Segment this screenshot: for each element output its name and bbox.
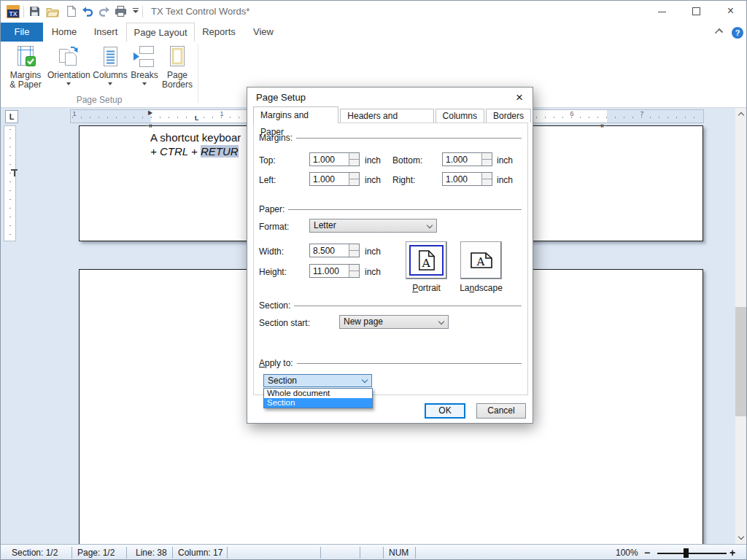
tab-reports[interactable]: Reports xyxy=(195,23,243,42)
document-text[interactable]: A shortcut keyboar + CTRL + RETUR xyxy=(150,131,241,158)
dialog-tab-margins-paper[interactable]: Margins and Paper xyxy=(253,106,338,123)
minimize-button[interactable] xyxy=(646,1,678,23)
zoom-in-button[interactable]: + xyxy=(729,545,735,560)
dialog-tab-headers-footers[interactable]: Headers and Footers xyxy=(340,109,433,122)
customize-toolbar-icon[interactable] xyxy=(131,5,141,18)
ruler-number: 1 xyxy=(218,110,225,117)
ribbon-tab-bar: File Home Insert Page Layout Reports Vie… xyxy=(1,23,747,42)
ruler-number: 7 xyxy=(638,110,646,117)
tab-file[interactable]: File xyxy=(1,23,43,42)
toolbar-separator xyxy=(142,6,143,18)
close-button[interactable]: × xyxy=(714,1,747,23)
spin-up-button[interactable] xyxy=(482,153,492,159)
spin-down-button[interactable] xyxy=(482,159,492,166)
tab-insert[interactable]: Insert xyxy=(85,23,126,42)
status-num-lock: NUM xyxy=(389,545,409,560)
button-label: Orientation xyxy=(47,71,90,80)
section-start-combobox[interactable]: New page xyxy=(339,315,449,329)
orientation-button[interactable]: Orientation xyxy=(47,45,90,90)
spin-down-button[interactable] xyxy=(349,179,359,185)
spin-up-button[interactable] xyxy=(482,173,492,179)
spin-down-button[interactable] xyxy=(349,271,359,277)
spin-up-button[interactable] xyxy=(349,244,359,250)
status-line: Line: 38 xyxy=(136,545,167,560)
tab-view[interactable]: View xyxy=(243,23,284,42)
format-combobox[interactable]: Letter xyxy=(309,219,437,233)
portrait-button[interactable]: A xyxy=(406,241,447,279)
dialog-close-button[interactable]: × xyxy=(508,89,531,107)
portrait-selected-frame: A xyxy=(409,245,444,276)
maximize-button[interactable] xyxy=(680,1,713,23)
zoom-slider-track[interactable] xyxy=(657,553,727,554)
button-label: & Paper xyxy=(5,80,46,90)
scrollbar-thumb[interactable] xyxy=(735,307,747,416)
option-section[interactable]: Section xyxy=(264,398,372,408)
collapse-ribbon-icon[interactable] xyxy=(715,28,723,36)
status-separator xyxy=(227,547,228,559)
spin-down-button[interactable] xyxy=(349,159,359,166)
print-icon[interactable] xyxy=(115,5,128,18)
portrait-label: Portrait xyxy=(406,283,447,293)
spin-up-button[interactable] xyxy=(349,153,359,159)
section-group-label: Section: xyxy=(259,300,522,311)
tab-page-layout[interactable]: Page Layout xyxy=(126,23,195,42)
first-line-indent-marker[interactable]: ▶ xyxy=(148,109,152,116)
format-label: Format: xyxy=(259,222,289,232)
status-separator xyxy=(415,547,416,559)
spin-up-button[interactable] xyxy=(349,265,359,271)
ribbon-group-label: Page Setup xyxy=(1,95,198,105)
columns-button[interactable]: Columns xyxy=(91,45,129,90)
selected-text[interactable]: RETUR xyxy=(201,145,239,158)
paper-group-label: Paper: xyxy=(259,204,522,214)
vertical-scrollbar[interactable] xyxy=(735,108,747,544)
tab-home[interactable]: Home xyxy=(43,23,85,42)
spin-buttons xyxy=(349,244,359,257)
scroll-up-button[interactable] xyxy=(735,108,747,120)
spin-down-button[interactable] xyxy=(482,179,492,185)
help-icon[interactable]: ? xyxy=(732,27,743,39)
right-indent-marker[interactable]: ⇤ xyxy=(600,121,607,131)
open-icon[interactable] xyxy=(46,5,59,18)
spin-up-button[interactable] xyxy=(349,173,359,179)
cancel-button[interactable]: Cancel xyxy=(476,403,526,419)
dialog-title: Page Setup xyxy=(256,88,306,108)
status-separator xyxy=(172,547,173,559)
zoom-slider-thumb[interactable] xyxy=(684,548,689,558)
dropdown-arrow-icon xyxy=(108,82,112,88)
chevron-down-icon xyxy=(362,377,368,383)
left-indent-marker[interactable]: ⇥ xyxy=(145,121,152,131)
text-line-2[interactable]: + CTRL + RETUR xyxy=(150,144,241,158)
zoom-out-button[interactable]: − xyxy=(644,545,650,560)
scroll-down-button[interactable] xyxy=(735,532,747,544)
landscape-button[interactable]: A xyxy=(460,241,502,279)
group-rule xyxy=(294,306,522,311)
vertical-ruler[interactable] xyxy=(4,125,16,241)
chevron-down-icon xyxy=(438,319,444,324)
chevron-down-icon xyxy=(738,534,744,540)
spin-buttons xyxy=(349,265,359,277)
dialog-tab-columns[interactable]: Columns xyxy=(436,109,484,122)
button-label: Borders xyxy=(160,80,195,90)
redo-icon[interactable] xyxy=(98,5,111,18)
height-spinbox xyxy=(309,264,360,278)
text-line-1[interactable]: A shortcut keyboar xyxy=(150,131,241,144)
page-borders-button[interactable]: Page Borders xyxy=(160,45,195,90)
new-document-icon[interactable] xyxy=(65,5,78,18)
save-icon[interactable] xyxy=(28,5,42,18)
option-whole-document[interactable]: Whole document xyxy=(264,389,372,398)
spin-down-button[interactable] xyxy=(349,250,359,257)
width-spinbox xyxy=(309,244,360,257)
margins-paper-button[interactable]: Margins & Paper xyxy=(5,45,46,90)
tab-stop-marker[interactable]: L xyxy=(195,114,199,122)
status-column: Column: 17 xyxy=(178,545,222,560)
text-line-2-prefix[interactable]: + CTRL + xyxy=(150,145,201,158)
tab-selector-button[interactable]: L xyxy=(5,110,18,123)
apply-to-combobox[interactable]: Section xyxy=(263,374,372,387)
dialog-tab-borders[interactable]: Borders xyxy=(486,109,531,122)
ok-button[interactable]: OK xyxy=(425,403,465,419)
spin-buttons xyxy=(349,173,359,185)
undo-icon[interactable] xyxy=(81,5,94,18)
breaks-button[interactable]: Breaks xyxy=(131,45,158,90)
status-bar: Section: 1/2 Page: 1/2 Line: 38 Column: … xyxy=(1,544,747,560)
unit-label: inch xyxy=(365,246,381,257)
